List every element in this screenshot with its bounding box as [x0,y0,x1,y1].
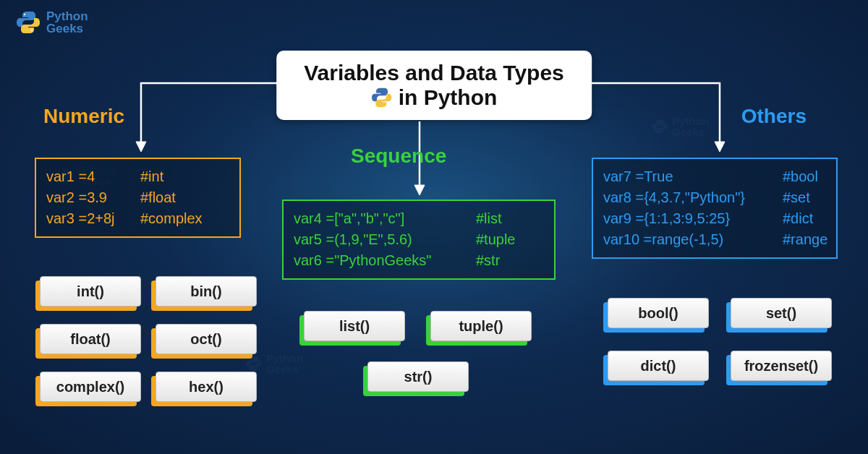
category-label-others: Others [741,105,807,128]
function-oct: oct() [156,324,257,354]
category-label-numeric: Numeric [43,105,124,128]
title-line1: Variables and Data Types [304,61,564,85]
function-list: list() [304,311,405,341]
arrow-to-numeric [130,80,289,159]
code-row: var10 =range(-1,5)#range [603,229,826,250]
svg-point-1 [31,30,33,31]
code-row: var5 =(1,9,"E",5.6)#tuple [294,229,544,250]
python-icon [371,87,393,108]
function-frozenset: frozenset() [731,351,832,381]
function-int: int() [40,276,141,307]
code-box-numeric: var1 =4#int var2 =3.9#float var3 =2+8j#c… [35,158,241,238]
code-box-sequence: var4 =["a","b","c"]#list var5 =(1,9,"E",… [282,200,556,280]
brand-text-line2: Geeks [46,22,88,35]
code-row: var3 =2+8j#complex [46,208,229,229]
brand-text: Python Geeks [46,10,88,35]
svg-marker-4 [715,142,725,152]
function-tuple: tuple() [430,311,532,341]
code-row: var9 ={1:1,3:9,5:25}#dict [603,208,826,229]
code-row: var6 ="PythonGeeks"#str [294,250,544,271]
function-complex: complex() [40,372,141,402]
code-row: var1 =4#int [46,166,229,187]
function-hex: hex() [156,372,257,402]
function-str: str() [367,361,469,392]
function-bool: bool() [608,298,709,328]
title-line2-text: in Python [399,85,498,110]
category-label-sequence: Sequence [351,145,446,168]
python-logo-icon [16,10,41,35]
function-set: set() [731,298,832,328]
code-box-others: var7 =True#bool var8 ={4,3.7,"Python"}#s… [592,158,838,259]
brand-text-line1: Python [46,10,88,22]
title-line2: in Python [304,85,564,110]
svg-marker-2 [136,142,146,152]
code-row: var2 =3.9#float [46,187,229,208]
function-bin: bin() [156,276,257,307]
brand-logo: Python Geeks [16,10,88,35]
svg-marker-3 [414,185,425,195]
function-float: float() [40,324,141,354]
diagram-title: Variables and Data Types in Python [276,51,592,120]
svg-point-0 [24,14,25,15]
code-row: var4 =["a","b","c"]#list [294,208,544,229]
code-row: var7 =True#bool [603,166,826,187]
code-row: var8 ={4,3.7,"Python"}#set [603,187,826,208]
arrow-to-others [579,80,738,159]
function-dict: dict() [608,351,709,381]
